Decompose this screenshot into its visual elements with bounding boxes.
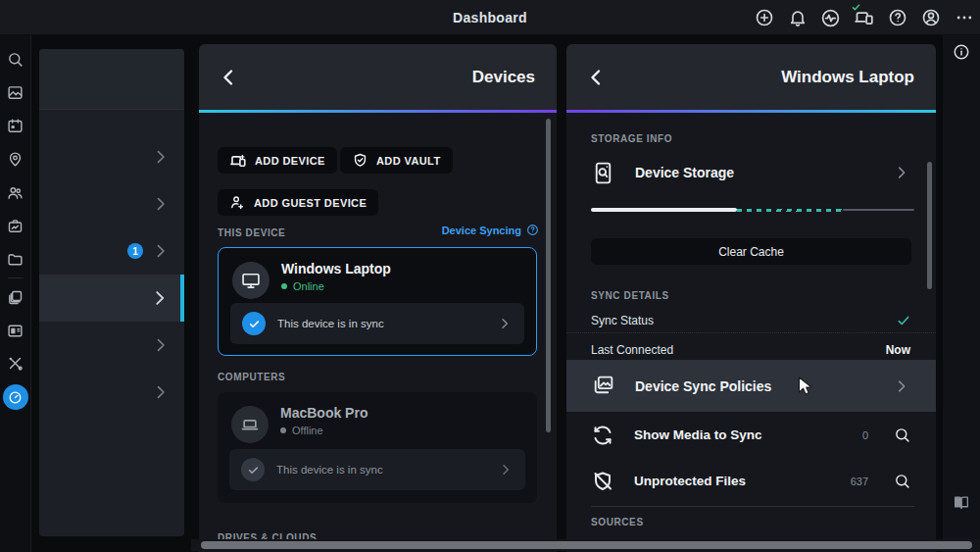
online-dot <box>281 283 287 289</box>
this-device-card[interactable]: Windows Laptop Online This device is in … <box>218 247 537 356</box>
clear-cache-button[interactable]: Clear Cache <box>591 238 911 265</box>
add-vault-label: ADD VAULT <box>376 155 441 167</box>
offline-dot <box>280 427 286 433</box>
chevron-right-icon <box>151 335 171 355</box>
device-storage-icon <box>591 161 615 185</box>
calendar-icon[interactable] <box>0 109 31 142</box>
rail-divider <box>8 277 24 278</box>
map-icon[interactable] <box>0 142 31 176</box>
storage-progress-used <box>591 208 737 212</box>
activity-icon[interactable] <box>820 8 841 28</box>
sync-status-check-icon <box>897 314 910 327</box>
storage-section-label: STORAGE INFO <box>591 133 672 144</box>
more-icon[interactable] <box>954 8 974 28</box>
info-icon[interactable] <box>953 43 970 61</box>
collections-icon[interactable] <box>0 314 31 347</box>
sidebar-row-6[interactable] <box>39 369 184 416</box>
nav-rail <box>0 35 31 552</box>
computer-sync-message: This device is in sync <box>276 464 486 476</box>
sidebar-row-3[interactable]: 1 <box>39 227 184 275</box>
horizontal-scrollbar[interactable] <box>201 541 972 549</box>
check-circle-icon <box>242 312 266 335</box>
device-syncing-label: Device Syncing <box>442 225 521 236</box>
devices-scrollbar[interactable] <box>546 119 551 432</box>
folders-icon[interactable] <box>0 242 31 276</box>
monitor-icon <box>232 262 270 299</box>
computer-sync-row[interactable]: This device is in sync <box>229 449 525 490</box>
add-circle-icon[interactable] <box>754 8 774 28</box>
back-icon[interactable] <box>217 65 242 90</box>
devices-panel: Devices ADD DEVICE ADD VAULT ADD GUEST D… <box>199 44 557 552</box>
shield-check-icon <box>352 152 368 169</box>
chevron-right-icon <box>151 194 171 214</box>
chevron-right-icon <box>498 462 514 477</box>
sync-status-label: Sync Status <box>591 314 877 327</box>
search-unprotected-icon[interactable] <box>894 473 910 489</box>
this-device-section-label: THIS DEVICE <box>218 227 285 238</box>
last-connected-label: Last Connected <box>591 343 866 357</box>
help-icon[interactable] <box>887 8 907 28</box>
devices-panel-body: ADD DEVICE ADD VAULT ADD GUEST DEVICE TH… <box>199 113 557 552</box>
photos-icon[interactable] <box>0 75 31 109</box>
device-detail-panel: Windows Laptop STORAGE INFO Device Stora… <box>566 44 936 552</box>
this-device-sync-row[interactable]: This device is in sync <box>230 303 524 344</box>
add-vault-button[interactable]: ADD VAULT <box>340 147 453 174</box>
unprotected-files-row[interactable]: Unprotected Files 637 <box>566 458 936 504</box>
section-divider <box>591 506 914 507</box>
check-circle-dim-icon <box>241 458 265 481</box>
tools-icon[interactable] <box>0 347 31 380</box>
secondary-sidebar: 1 <box>32 35 191 552</box>
storage-progress-bar <box>591 208 914 212</box>
people-icon[interactable] <box>0 176 31 209</box>
device-syncing-link[interactable]: Device Syncing <box>442 224 539 236</box>
notifications-icon[interactable] <box>787 8 808 28</box>
right-edge-strip <box>943 35 980 552</box>
device-sync-policies-row[interactable]: Device Sync Policies <box>566 360 936 412</box>
reading-panel-icon[interactable] <box>954 494 970 511</box>
albums-icon[interactable] <box>0 280 31 314</box>
sources-section-label: SOURCES <box>591 517 644 527</box>
this-device-sync-message: This device is in sync <box>277 318 485 329</box>
sync-policies-icon <box>591 374 615 398</box>
devices-synced-icon[interactable] <box>854 8 874 28</box>
back-icon[interactable] <box>584 65 610 90</box>
account-icon[interactable] <box>920 8 941 28</box>
sidebar-row-2[interactable] <box>39 180 184 227</box>
dashboard-icon[interactable] <box>0 380 31 414</box>
sidebar-row-4-selected[interactable] <box>39 275 184 322</box>
search-icon[interactable] <box>0 42 31 75</box>
computers-section-label: COMPUTERS <box>218 372 285 382</box>
add-device-button[interactable]: ADD DEVICE <box>218 147 337 174</box>
sidebar-row-1[interactable] <box>39 133 184 180</box>
show-media-to-sync-row[interactable]: Show Media to Sync 0 <box>566 412 936 458</box>
detail-panel-body: STORAGE INFO Device Storage Clear Cache … <box>566 113 936 552</box>
chevron-right-icon <box>497 316 513 331</box>
selected-accent-bar <box>180 275 184 322</box>
computer-name: MacBook Pro <box>280 405 368 421</box>
computer-card[interactable]: MacBook Pro Offline This device is in sy… <box>218 392 537 503</box>
device-storage-row[interactable]: Device Storage <box>566 150 936 195</box>
shield-off-icon <box>591 470 614 493</box>
computer-status-label: Offline <box>292 425 323 436</box>
detail-scrollbar[interactable] <box>927 162 932 289</box>
add-device-label: ADD DEVICE <box>255 155 325 167</box>
dashboard-active-indicator <box>3 384 28 410</box>
chevron-right-icon <box>151 241 171 261</box>
sync-ok-check-icon <box>852 3 860 12</box>
sync-refresh-icon <box>591 424 614 447</box>
this-device-status-label: Online <box>293 280 324 292</box>
devices-panel-header: Devices <box>199 44 557 110</box>
device-sync-policies-label: Device Sync Policies <box>635 378 873 394</box>
sidebar-row-5[interactable] <box>39 322 184 369</box>
search-media-icon[interactable] <box>894 427 910 443</box>
devices-panel-title: Devices <box>472 68 535 87</box>
count-badge: 1 <box>127 243 143 259</box>
storage-progress-free <box>843 209 914 211</box>
sidebar-header-area <box>39 49 184 110</box>
unprotected-files-label: Unprotected Files <box>634 474 831 488</box>
computer-status: Offline <box>280 425 323 436</box>
sidebar-card: 1 <box>39 49 184 536</box>
vault-case-icon[interactable] <box>0 209 31 242</box>
add-guest-device-button[interactable]: ADD GUEST DEVICE <box>218 189 378 216</box>
sync-details-section-label: SYNC DETAILS <box>591 290 669 301</box>
